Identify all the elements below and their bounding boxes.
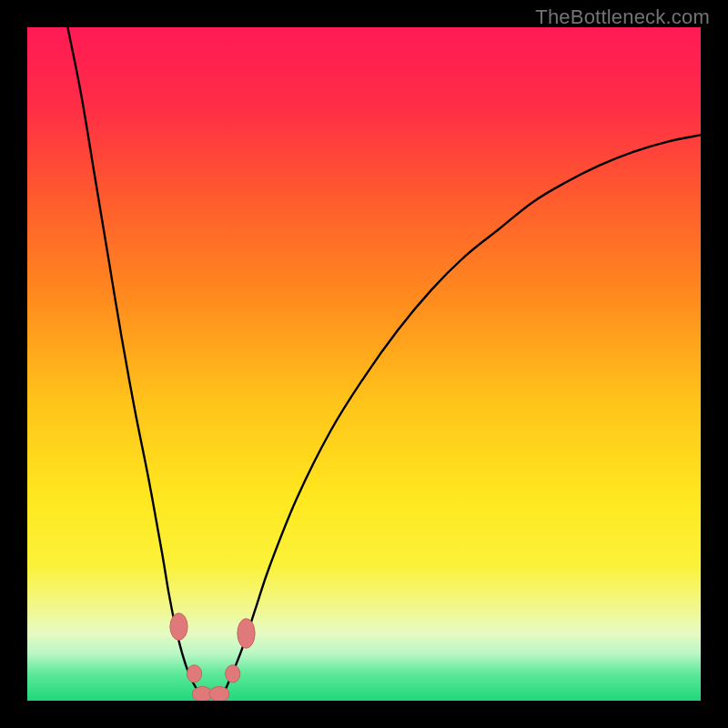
plot-area [27, 27, 701, 701]
curve-marker [209, 686, 229, 701]
curve-layer [27, 27, 701, 701]
curve-right-branch [216, 135, 701, 697]
chart-frame: TheBottleneck.com [0, 0, 728, 728]
curve-marker [226, 665, 240, 682]
curve-marker [187, 665, 201, 682]
curve-marker [170, 613, 187, 641]
watermark-text: TheBottleneck.com [535, 5, 710, 29]
curve-marker [238, 619, 255, 649]
curve-left-branch [67, 27, 208, 697]
